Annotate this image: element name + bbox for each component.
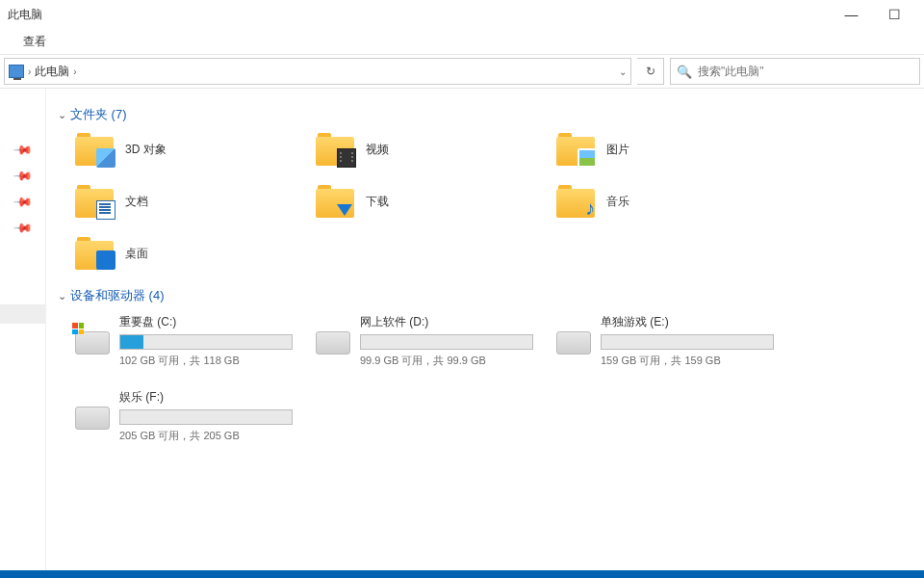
drive-info: 网上软件 (D:) 99.9 GB 可用，共 99.9 GB bbox=[360, 314, 556, 368]
folder-label: 下载 bbox=[366, 194, 389, 210]
drive-icon bbox=[75, 331, 110, 355]
search-input[interactable] bbox=[698, 65, 913, 78]
taskbar[interactable] bbox=[0, 570, 924, 578]
maximize-button[interactable]: ☐ bbox=[873, 0, 916, 29]
drive-usage-bar bbox=[119, 409, 293, 425]
folder-label: 音乐 bbox=[606, 194, 629, 210]
pin-icon[interactable]: 📌 bbox=[13, 140, 34, 161]
window-title: 此电脑 bbox=[8, 7, 42, 23]
doc-icon bbox=[96, 200, 116, 220]
folder-item[interactable]: 桌面 bbox=[75, 237, 316, 270]
section-header-drives[interactable]: ⌄ 设备和驱动器 (4) bbox=[58, 287, 912, 304]
drive-item[interactable]: 网上软件 (D:) 99.9 GB 可用，共 99.9 GB bbox=[316, 314, 556, 368]
drive-stats: 159 GB 可用，共 159 GB bbox=[601, 354, 797, 368]
pin-icon[interactable]: 📌 bbox=[13, 192, 34, 213]
folder-icon bbox=[556, 185, 595, 218]
folder-item[interactable]: 音乐 bbox=[556, 185, 797, 218]
search-icon: 🔍 bbox=[677, 65, 692, 79]
drive-info: 重要盘 (C:) 102 GB 可用，共 118 GB bbox=[119, 314, 316, 368]
menubar: 查看 bbox=[0, 29, 924, 54]
desk-icon bbox=[96, 250, 116, 270]
drive-icon bbox=[316, 331, 350, 355]
drive-icon bbox=[556, 331, 591, 355]
folder-item[interactable]: 图片 bbox=[556, 133, 797, 166]
chevron-right-icon: › bbox=[28, 66, 31, 77]
titlebar: 此电脑 — ☐ bbox=[0, 0, 924, 29]
pin-icon[interactable]: 📌 bbox=[13, 218, 34, 239]
window-controls: — ☐ bbox=[830, 0, 916, 29]
pic-icon bbox=[578, 148, 597, 168]
drive-name: 娱乐 (F:) bbox=[119, 389, 316, 406]
folder-label: 文档 bbox=[125, 194, 148, 210]
folder-item[interactable]: 文档 bbox=[75, 185, 316, 218]
breadcrumb[interactable]: › 此电脑 › ⌄ bbox=[4, 58, 631, 85]
nav-pane: 📌 📌 📌 📌 bbox=[0, 89, 46, 570]
chevron-down-icon: ⌄ bbox=[58, 290, 66, 302]
chevron-down-icon[interactable]: ⌄ bbox=[619, 66, 627, 77]
folders-grid: 3D 对象 视频 图片 文档 下载 音乐 桌面 bbox=[75, 133, 912, 270]
music-icon bbox=[581, 198, 595, 218]
folder-item[interactable]: 视频 bbox=[316, 133, 556, 166]
drive-item[interactable]: 娱乐 (F:) 205 GB 可用，共 205 GB bbox=[75, 389, 316, 443]
folder-label: 桌面 bbox=[125, 246, 148, 262]
folder-icon bbox=[75, 237, 114, 270]
refresh-button[interactable]: ↻ bbox=[637, 58, 664, 85]
dl-icon bbox=[337, 204, 352, 216]
folder-item[interactable]: 3D 对象 bbox=[75, 133, 316, 166]
pc-icon bbox=[9, 65, 24, 78]
content-area: ⌄ 文件夹 (7) 3D 对象 视频 图片 文档 下载 bbox=[46, 89, 924, 570]
folder-icon bbox=[75, 133, 114, 166]
chevron-right-icon: › bbox=[73, 66, 76, 77]
drive-name: 重要盘 (C:) bbox=[119, 314, 316, 330]
folder-icon bbox=[316, 185, 354, 218]
folder-item[interactable]: 下载 bbox=[316, 185, 556, 218]
drives-grid: 重要盘 (C:) 102 GB 可用，共 118 GB 网上软件 (D:) 99… bbox=[75, 314, 912, 443]
drive-info: 娱乐 (F:) 205 GB 可用，共 205 GB bbox=[119, 389, 316, 443]
section-header-folders[interactable]: ⌄ 文件夹 (7) bbox=[58, 106, 912, 123]
video-icon bbox=[337, 148, 356, 168]
drive-usage-bar bbox=[360, 334, 533, 350]
drive-usage-bar bbox=[601, 334, 774, 350]
folder-icon bbox=[75, 185, 114, 218]
drive-name: 单独游戏 (E:) bbox=[601, 314, 797, 330]
3d-icon bbox=[96, 148, 116, 168]
menu-view[interactable]: 查看 bbox=[23, 34, 46, 50]
minimize-button[interactable]: — bbox=[830, 0, 873, 29]
chevron-down-icon: ⌄ bbox=[58, 109, 66, 121]
folder-icon bbox=[316, 133, 354, 166]
folder-label: 3D 对象 bbox=[125, 142, 167, 158]
drive-item[interactable]: 重要盘 (C:) 102 GB 可用，共 118 GB bbox=[75, 314, 316, 368]
section-label: 文件夹 (7) bbox=[70, 106, 127, 123]
folder-icon bbox=[556, 133, 595, 166]
nav-selection bbox=[0, 304, 45, 324]
folder-label: 图片 bbox=[606, 142, 629, 158]
section-label: 设备和驱动器 (4) bbox=[70, 287, 165, 304]
drive-item[interactable]: 单独游戏 (E:) 159 GB 可用，共 159 GB bbox=[556, 314, 797, 368]
drive-stats: 205 GB 可用，共 205 GB bbox=[119, 429, 316, 443]
drive-info: 单独游戏 (E:) 159 GB 可用，共 159 GB bbox=[601, 314, 797, 368]
drive-usage-bar bbox=[119, 334, 293, 350]
pin-icon[interactable]: 📌 bbox=[13, 166, 34, 187]
folder-label: 视频 bbox=[366, 142, 389, 158]
breadcrumb-root[interactable]: 此电脑 bbox=[35, 64, 69, 80]
drive-name: 网上软件 (D:) bbox=[360, 314, 556, 330]
drive-icon bbox=[75, 407, 110, 430]
search-box[interactable]: 🔍 bbox=[670, 58, 920, 85]
windows-icon bbox=[72, 323, 84, 334]
address-bar: › 此电脑 › ⌄ ↻ 🔍 bbox=[0, 54, 924, 89]
drive-stats: 102 GB 可用，共 118 GB bbox=[119, 354, 316, 368]
drive-stats: 99.9 GB 可用，共 99.9 GB bbox=[360, 354, 556, 368]
